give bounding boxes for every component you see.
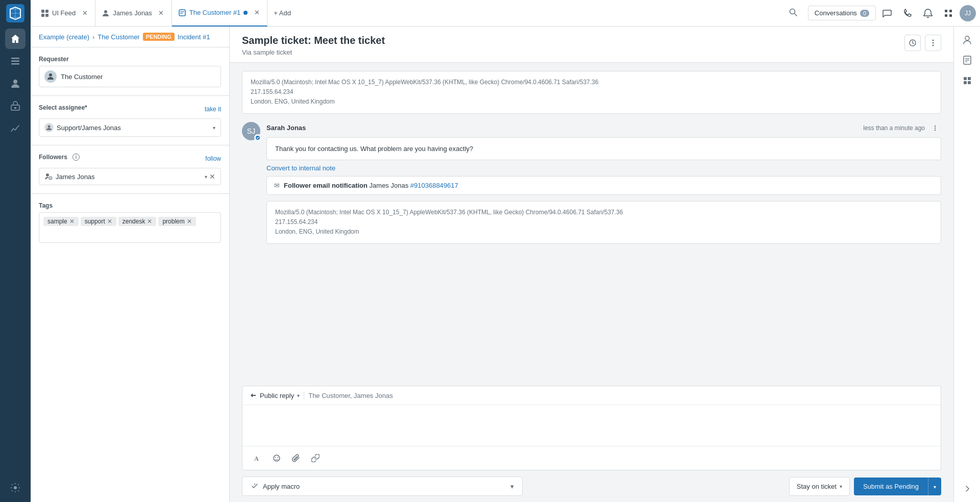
- customer-info-btn[interactable]: [958, 31, 976, 49]
- tag-problem-remove[interactable]: ✕: [187, 218, 192, 224]
- assignee-section: Select assignee* take it Support/James J…: [31, 96, 229, 145]
- nav-item-views[interactable]: [5, 51, 26, 71]
- tag-support: support ✕: [81, 217, 116, 226]
- breadcrumb-example-link[interactable]: Example (create): [39, 33, 89, 41]
- tab-the-customer-close[interactable]: ✕: [253, 9, 261, 17]
- follower-notification-box: ✉ Follower email notification James Jona…: [266, 176, 941, 195]
- tab-ui-feed-close[interactable]: ✕: [81, 9, 89, 17]
- format-text-btn[interactable]: A: [250, 450, 265, 466]
- app-logo[interactable]: [6, 4, 24, 22]
- take-it-link[interactable]: take it: [205, 106, 221, 113]
- bottom-right: Stay on ticket ▾ Submit as Pending ▾: [789, 477, 941, 496]
- submit-dropdown-chevron-icon: ▾: [934, 484, 936, 490]
- more-options-btn[interactable]: [925, 35, 941, 51]
- nav-item-home[interactable]: [5, 29, 26, 49]
- tags-section: Tags sample ✕ support ✕ zendesk ✕: [31, 194, 229, 251]
- sarah-jonas-time: less than a minute ago: [863, 124, 925, 132]
- requester-field[interactable]: The Customer: [39, 66, 221, 87]
- reply-area: Public reply ▾ The Customer, James Jonas…: [242, 386, 941, 470]
- tags-label: Tags: [39, 202, 221, 209]
- followers-info-icon[interactable]: i: [72, 154, 80, 161]
- reply-body[interactable]: [242, 405, 941, 446]
- tag-problem: problem ✕: [158, 217, 195, 226]
- svg-rect-21: [949, 14, 952, 17]
- tab-add-button[interactable]: + Add: [267, 0, 297, 27]
- convert-to-internal-link[interactable]: Convert to internal note: [266, 164, 335, 172]
- tags-container[interactable]: sample ✕ support ✕ zendesk ✕ problem: [39, 212, 221, 243]
- svg-point-33: [935, 127, 936, 128]
- svg-rect-18: [945, 10, 947, 12]
- apply-macro-button[interactable]: Apply macro ▾: [242, 476, 523, 496]
- breadcrumb-sep1: ›: [92, 33, 94, 41]
- svg-point-12: [104, 10, 107, 13]
- bottom-bar: Apply macro ▾ Stay on ticket ▾ Submit as…: [230, 470, 953, 502]
- notification-name: James Jonas: [370, 182, 410, 189]
- nav-item-users[interactable]: [5, 73, 26, 94]
- sarah-jonas-menu-btn[interactable]: [929, 122, 941, 134]
- reply-type-button[interactable]: Public reply ▾: [250, 392, 300, 399]
- tab-bar: UI Feed ✕ James Jonas ✕ The Customer #1 …: [31, 0, 980, 27]
- tab-james-jonas-close[interactable]: ✕: [157, 9, 165, 17]
- svg-rect-13: [179, 10, 185, 16]
- svg-rect-9: [45, 10, 48, 13]
- phone-icon-btn[interactable]: [898, 4, 917, 22]
- notification-ticket-link[interactable]: #910368849617: [410, 182, 458, 189]
- svg-rect-44: [964, 77, 967, 80]
- sarah-jonas-content: Sarah Jonas less than a minute ago: [266, 122, 941, 244]
- svg-rect-19: [949, 10, 952, 12]
- tab-search-button[interactable]: [782, 8, 804, 18]
- breadcrumb-incident-link[interactable]: Incident #1: [178, 33, 210, 41]
- svg-point-24: [46, 173, 49, 177]
- messages-area: Mozilla/5.0 (Macintosh; Intel Mac OS X 1…: [230, 63, 953, 386]
- conversations-button[interactable]: Conversations 0: [808, 6, 876, 20]
- tab-ui-feed[interactable]: UI Feed ✕: [35, 0, 95, 27]
- followers-section: Followers i follow James Jonas ▾ ✕: [31, 145, 229, 194]
- sarah-jonas-avatar-badge: [254, 134, 261, 141]
- nav-item-settings[interactable]: [5, 478, 26, 498]
- attachment-btn[interactable]: [288, 450, 304, 466]
- sarah-jonas-header-left: Sarah Jonas: [266, 124, 306, 132]
- nav-item-reports[interactable]: [5, 118, 26, 139]
- svg-rect-8: [41, 10, 44, 13]
- breadcrumb-customer-link[interactable]: The Customer: [97, 33, 139, 41]
- submit-group: Submit as Pending ▾: [854, 478, 941, 495]
- svg-rect-11: [45, 14, 48, 17]
- reply-toolbar: A: [242, 446, 941, 470]
- emoji-btn[interactable]: [269, 450, 284, 466]
- user-avatar-button[interactable]: JJ: [960, 5, 976, 21]
- expand-right-btn[interactable]: [958, 480, 976, 498]
- svg-point-36: [274, 455, 280, 461]
- submit-dropdown-button[interactable]: ▾: [928, 478, 941, 495]
- tag-sample-remove[interactable]: ✕: [69, 218, 75, 224]
- svg-point-31: [256, 136, 260, 140]
- assignee-select[interactable]: Support/James Jonas ▾: [39, 118, 221, 137]
- sarah-jonas-header: Sarah Jonas less than a minute ago: [266, 122, 941, 134]
- tab-the-customer[interactable]: The Customer #1 ✕: [172, 0, 267, 27]
- tag-support-remove[interactable]: ✕: [107, 218, 112, 224]
- tag-zendesk: zendesk ✕: [118, 217, 157, 226]
- submit-as-pending-button[interactable]: Submit as Pending: [854, 478, 928, 495]
- system-info-2-text1: Mozilla/5.0 (Macintosh; Intel Mac OS X 1…: [275, 209, 623, 216]
- history-icon-btn[interactable]: [904, 35, 921, 51]
- nav-item-orgs[interactable]: [5, 96, 26, 116]
- message-sarah-jonas: SJ Sarah Jonas less than: [242, 122, 941, 244]
- follower-remove-btn[interactable]: ✕: [209, 172, 215, 181]
- assignee-select-left: Support/James Jonas: [44, 123, 121, 132]
- apps-icon-btn[interactable]: [939, 4, 958, 22]
- knowledge-base-btn[interactable]: [958, 51, 976, 69]
- tag-zendesk-remove[interactable]: ✕: [147, 218, 152, 224]
- chat-icon-btn[interactable]: [878, 4, 896, 22]
- followers-label: Followers i: [39, 154, 80, 161]
- stay-on-ticket-button[interactable]: Stay on ticket ▾: [789, 477, 850, 496]
- svg-line-17: [794, 14, 797, 16]
- tab-james-jonas[interactable]: James Jonas ✕: [95, 0, 172, 27]
- assignee-chevron-icon: ▾: [213, 125, 215, 131]
- reply-type-label: Public reply: [260, 392, 294, 399]
- notifications-icon-btn[interactable]: [919, 4, 937, 22]
- system-info-2-text2: 217.155.64.234: [275, 218, 317, 225]
- link-btn[interactable]: [308, 450, 323, 466]
- apps-right-btn[interactable]: [958, 71, 976, 90]
- follow-link[interactable]: follow: [205, 155, 221, 162]
- nav-sidebar: [0, 0, 31, 502]
- sarah-jonas-author: Sarah Jonas: [266, 124, 306, 132]
